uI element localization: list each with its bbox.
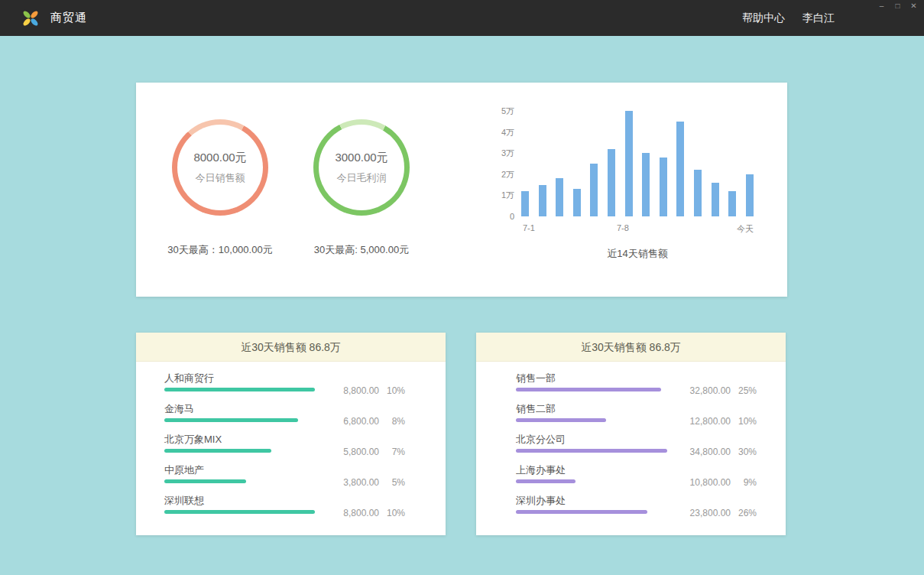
item-percent: 25%: [731, 385, 757, 396]
x-tick-label: 今天: [737, 223, 754, 235]
item-progress-bar: [516, 479, 575, 483]
item-progress-bar: [164, 388, 315, 391]
today-profit-block: 3000.00元 今日毛利润 30天最高: 5,000.00元: [285, 119, 438, 257]
x-axis: 7-1 7-8 今天: [521, 223, 754, 234]
item-value: 12,800.0010%: [690, 416, 757, 427]
x-tick-label: 7-1: [523, 223, 535, 232]
item-amount: 8,800.00: [343, 385, 379, 396]
item-name: 北京万象MIX: [164, 434, 405, 445]
item-value: 23,800.0026%: [690, 508, 757, 518]
bar-chart-plot: [521, 111, 754, 216]
item-value: 10,800.009%: [690, 477, 757, 488]
panel-title: 近30天销售额 86.8万: [476, 333, 786, 362]
item-percent: 10%: [731, 416, 757, 427]
item-percent: 8%: [379, 416, 405, 427]
help-center-link[interactable]: 帮助中心: [742, 11, 785, 25]
panel-title: 近30天销售额 86.8万: [136, 333, 446, 362]
item-progress-bar: [516, 510, 647, 514]
today-sales-ring-chart: 8000.00元 今日销售额: [172, 119, 268, 216]
sales-bar: [746, 174, 754, 216]
item-progress-bar: [164, 449, 271, 453]
sales-bar: [608, 149, 615, 216]
y-tick-label: 1万: [501, 190, 514, 201]
item-name: 人和商贸行: [164, 372, 405, 384]
item-progress-bar: [164, 479, 246, 483]
today-profit-label: 今日毛利润: [337, 171, 387, 185]
department-sales-list: 销售一部32,800.0025%销售二部12,800.0010%北京分公司34,…: [476, 362, 786, 525]
item-amount: 5,800.00: [343, 447, 379, 457]
overview-card: 8000.00元 今日销售额 30天最高：10,000.00元 3000.00元…: [136, 83, 787, 297]
list-item: 销售一部32,800.0025%: [516, 372, 757, 403]
sales-bar: [712, 183, 719, 216]
topbar-left: 商贸通: [21, 8, 87, 28]
list-item: 北京分公司34,800.0030%: [516, 434, 757, 464]
today-sales-label: 今日销售额: [196, 171, 245, 185]
sales-bar: [539, 185, 546, 216]
item-progress-bar: [164, 418, 298, 422]
item-percent: 9%: [731, 477, 757, 488]
y-tick-label: 3万: [501, 148, 514, 159]
minimize-button[interactable]: –: [877, 2, 887, 11]
item-amount: 3,800.00: [343, 477, 379, 488]
list-item: 人和商贸行8,800.0010%: [164, 372, 405, 403]
item-amount: 10,800.00: [690, 477, 731, 488]
item-name: 销售一部: [516, 372, 757, 384]
list-item: 中原地产3,800.005%: [164, 464, 405, 495]
item-value: 5,800.007%: [343, 447, 405, 457]
today-profit-value: 3000.00元: [335, 151, 387, 165]
close-button[interactable]: ✕: [909, 2, 919, 11]
sales-bar: [676, 122, 684, 216]
topbar: – □ ✕ 商贸通 帮助中心 李白江: [0, 0, 924, 36]
department-sales-panel: 近30天销售额 86.8万 销售一部32,800.0025%销售二部12,800…: [476, 333, 786, 535]
sales-bar: [660, 158, 667, 216]
item-value: 8,800.0010%: [343, 508, 405, 518]
sales-bar: [590, 164, 598, 216]
item-name: 深圳联想: [164, 495, 405, 506]
item-value: 3,800.005%: [343, 477, 405, 488]
item-percent: 30%: [731, 447, 757, 457]
item-progress-bar: [516, 449, 667, 453]
sales-bar: [573, 189, 581, 216]
item-value: 34,800.0030%: [690, 447, 757, 457]
ring-inner: 8000.00元 今日销售额: [177, 125, 263, 210]
today-sales-value: 8000.00元: [193, 151, 246, 165]
app-title: 商贸通: [50, 11, 87, 25]
y-tick-label: 0: [510, 212, 514, 221]
item-progress-bar: [516, 418, 606, 422]
item-name: 中原地产: [164, 464, 405, 476]
list-item: 深圳办事处23,800.0026%: [516, 495, 757, 525]
item-amount: 23,800.00: [690, 508, 731, 518]
profit-30d-max: 30天最高: 5,000.00元: [314, 243, 409, 257]
list-item: 深圳联想8,800.0010%: [164, 495, 405, 525]
sales-bar: [728, 191, 736, 216]
item-amount: 8,800.00: [343, 508, 379, 518]
y-tick-label: 2万: [501, 168, 514, 180]
item-percent: 10%: [379, 385, 405, 396]
list-item: 北京万象MIX5,800.007%: [164, 434, 405, 464]
maximize-button[interactable]: □: [893, 2, 903, 11]
list-item: 金海马6,800.008%: [164, 403, 405, 434]
window-controls: – □ ✕: [877, 2, 919, 11]
sales-bar: [521, 191, 529, 216]
topbar-right: 帮助中心 李白江: [742, 11, 835, 25]
x-tick-label: 7-8: [617, 223, 629, 232]
sales-14d-bar-chart: 01万2万3万4万5万 7-1 7-8 今天 近14天销售额: [494, 106, 758, 261]
y-tick-label: 4万: [501, 126, 514, 138]
sales-bar: [642, 153, 650, 216]
app-logo-icon: [21, 8, 41, 28]
item-name: 深圳办事处: [516, 495, 757, 506]
item-name: 上海办事处: [516, 464, 757, 476]
item-percent: 7%: [379, 447, 405, 457]
item-progress-bar: [516, 388, 661, 391]
item-amount: 12,800.00: [690, 416, 731, 427]
item-progress-bar: [164, 510, 315, 514]
list-item: 上海办事处10,800.009%: [516, 464, 757, 495]
item-name: 金海马: [164, 403, 405, 414]
item-percent: 10%: [379, 508, 405, 518]
y-axis: 01万2万3万4万5万: [494, 111, 521, 216]
item-amount: 6,800.00: [343, 416, 379, 427]
ring-inner: 3000.00元 今日毛利润: [319, 125, 404, 210]
chart-caption: 近14天销售额: [521, 247, 754, 261]
item-amount: 34,800.00: [690, 447, 731, 457]
username[interactable]: 李白江: [802, 11, 835, 25]
